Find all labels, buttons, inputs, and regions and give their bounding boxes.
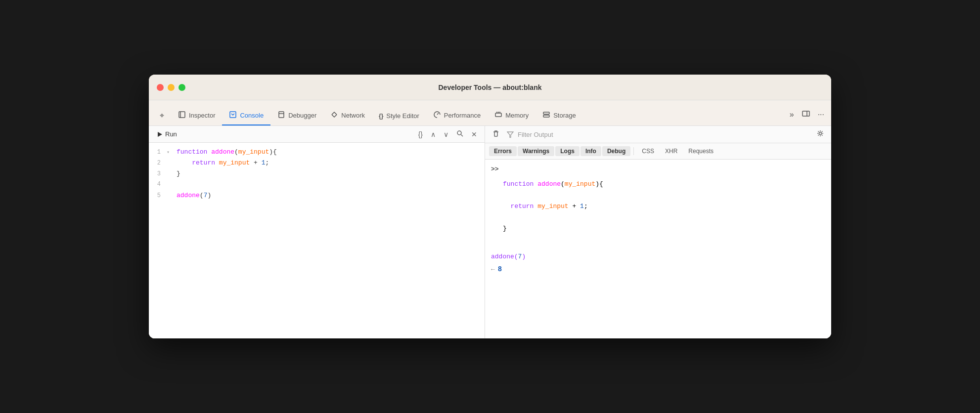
devtools-window: Developer Tools — about:blank ⌖ Inspecto… (149, 75, 831, 338)
debugger-icon (277, 111, 285, 120)
style-editor-label: Style Editor (386, 112, 419, 120)
filter-tab-info[interactable]: Info (580, 146, 601, 156)
toolbar: ⌖ Inspector Console (149, 100, 831, 126)
options-button[interactable]: ··· (815, 108, 827, 121)
console-label: Console (240, 112, 264, 119)
more-tabs-button[interactable]: » (787, 108, 797, 121)
content-area: Run {} ∧ ∨ ✕ (149, 126, 831, 338)
tab-memory[interactable]: Memory (488, 107, 535, 125)
code-line-4: 4 (149, 180, 485, 191)
editor-toolbar: Run {} ∧ ∨ ✕ (149, 126, 485, 143)
filter-input[interactable] (516, 130, 811, 139)
close-button[interactable] (157, 84, 164, 91)
performance-label: Performance (444, 112, 481, 119)
console-prompt: >> (491, 165, 500, 173)
svg-rect-10 (543, 112, 549, 114)
tab-inspector[interactable]: Inspector (171, 107, 222, 125)
console-result-line: ← 8 (485, 261, 831, 277)
svg-rect-0 (179, 112, 185, 118)
pointer-icon: ⌖ (160, 112, 164, 120)
editor-tools: {} ∧ ∨ ✕ (416, 129, 480, 139)
debugger-label: Debugger (288, 112, 316, 119)
console-output: >> function addone(my_input){ return my_… (485, 160, 831, 338)
performance-icon (433, 111, 441, 120)
tab-performance[interactable]: Performance (426, 107, 488, 125)
storage-label: Storage (553, 112, 576, 119)
svg-rect-6 (495, 113, 501, 117)
editor-body[interactable]: 1 ▾ function addone(my_input){ 2 return … (149, 143, 485, 338)
console-addone-call: addone(7) (485, 249, 831, 261)
search-button[interactable] (454, 129, 466, 139)
console-settings-button[interactable] (813, 128, 827, 140)
svg-line-16 (461, 135, 463, 137)
svg-rect-11 (543, 115, 549, 117)
filter-icon (507, 131, 514, 138)
code-line-3: 3 } (149, 169, 485, 180)
code-line-1: 1 ▾ function addone(my_input){ (149, 148, 485, 159)
responsive-button[interactable] (799, 108, 813, 122)
network-label: Network (341, 112, 365, 119)
console-pane: Errors Warnings Logs Info Debug CSS XHR … (485, 126, 831, 338)
console-result-arrow: ← (491, 266, 495, 273)
traffic-lights (157, 84, 185, 91)
run-button[interactable]: Run (154, 129, 180, 139)
console-entry-code: >> function addone(my_input){ return my_… (485, 164, 831, 249)
filter-tab-xhr[interactable]: XHR (660, 146, 682, 156)
console-icon (229, 111, 237, 120)
svg-marker-14 (158, 132, 162, 137)
console-toolbar (485, 126, 831, 143)
filter-tab-requests[interactable]: Requests (683, 146, 718, 156)
prettify-button[interactable]: {} (416, 129, 425, 139)
svg-rect-3 (279, 112, 284, 118)
filter-tab-debug[interactable]: Debug (602, 146, 630, 156)
filter-tab-css[interactable]: CSS (637, 146, 659, 156)
minimize-button[interactable] (168, 84, 175, 91)
editor-pane: Run {} ∧ ∨ ✕ (149, 126, 485, 338)
memory-icon (494, 111, 502, 120)
maximize-button[interactable] (178, 84, 185, 91)
clear-console-button[interactable] (489, 128, 503, 140)
storage-icon (542, 111, 550, 120)
tab-debugger[interactable]: Debugger (270, 107, 323, 125)
titlebar: Developer Tools — about:blank (149, 75, 831, 100)
network-icon (330, 111, 338, 120)
svg-line-5 (437, 113, 439, 115)
code-line-5: 5 addone(7) (149, 191, 485, 202)
console-code-block: function addone(my_input){ return my_inp… (503, 165, 603, 247)
filter-tab-warnings[interactable]: Warnings (518, 146, 554, 156)
svg-point-15 (457, 131, 461, 135)
tab-console[interactable]: Console (222, 107, 270, 125)
console-filter-tabs: Errors Warnings Logs Info Debug CSS XHR … (485, 143, 831, 160)
tab-network[interactable]: Network (323, 107, 372, 125)
toolbar-right: » ··· (787, 108, 827, 125)
tab-divider (633, 147, 634, 155)
tab-style-editor[interactable]: {} Style Editor (372, 108, 426, 125)
code-line-2: 2 return my_input + 1; (149, 159, 485, 169)
next-match-button[interactable]: ∨ (441, 129, 451, 139)
tab-storage[interactable]: Storage (535, 107, 583, 125)
svg-point-18 (819, 132, 822, 135)
filter-tab-errors[interactable]: Errors (489, 146, 517, 156)
svg-rect-12 (802, 111, 809, 116)
filter-tab-logs[interactable]: Logs (555, 146, 579, 156)
style-editor-icon: {} (379, 113, 383, 119)
console-result-value: 8 (498, 265, 502, 273)
tab-pointer[interactable]: ⌖ (153, 108, 171, 125)
inspector-icon (178, 111, 186, 120)
window-title: Developer Tools — about:blank (439, 83, 542, 91)
prev-match-button[interactable]: ∧ (428, 129, 438, 139)
memory-label: Memory (505, 112, 529, 119)
inspector-label: Inspector (189, 112, 215, 119)
svg-marker-17 (507, 132, 513, 137)
close-editor-button[interactable]: ✕ (469, 129, 480, 139)
